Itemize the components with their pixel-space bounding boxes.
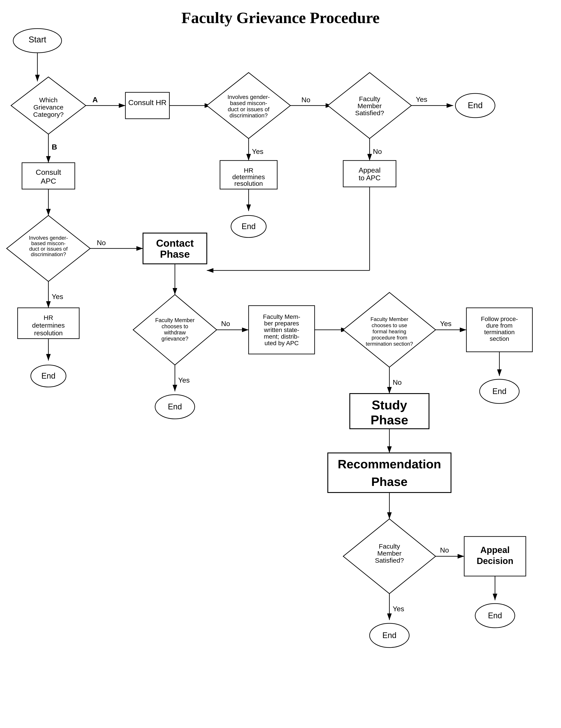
svg-text:resolution: resolution — [34, 329, 63, 337]
svg-text:Yes: Yes — [178, 376, 190, 384]
svg-text:ment; distrib-: ment; distrib- — [264, 333, 300, 340]
svg-text:Yes: Yes — [440, 320, 452, 328]
svg-text:Involves gender-: Involves gender- — [227, 94, 270, 100]
svg-text:Faculty Member: Faculty Member — [371, 316, 408, 322]
svg-text:Contact: Contact — [156, 237, 193, 249]
svg-text:Satisfied?: Satisfied? — [375, 557, 404, 564]
svg-text:termination section?: termination section? — [366, 341, 413, 347]
svg-text:based miscon-: based miscon- — [31, 240, 66, 246]
svg-text:to APC: to APC — [359, 174, 381, 182]
svg-text:Yes: Yes — [252, 148, 263, 155]
page: Faculty Grievance Procedure Start Which … — [0, 0, 561, 728]
svg-text:Which: Which — [39, 96, 57, 104]
svg-text:End: End — [41, 371, 55, 380]
svg-text:section: section — [490, 335, 509, 342]
svg-text:dure from: dure from — [486, 322, 513, 329]
svg-text:discrimination?: discrimination? — [31, 251, 66, 257]
svg-text:Appeal: Appeal — [359, 166, 381, 174]
svg-text:No: No — [440, 546, 449, 554]
svg-text:Study: Study — [372, 398, 407, 412]
svg-text:Phase: Phase — [160, 248, 190, 260]
svg-text:determines: determines — [32, 322, 65, 329]
svg-text:ber prepares: ber prepares — [264, 320, 299, 327]
svg-text:Faculty: Faculty — [379, 543, 400, 550]
svg-text:No: No — [373, 148, 382, 155]
svg-text:Involves gender-: Involves gender- — [29, 235, 68, 241]
svg-text:Phase: Phase — [371, 475, 408, 489]
svg-text:formal hearing: formal hearing — [373, 328, 406, 334]
svg-text:Faculty: Faculty — [359, 95, 380, 102]
svg-text:Grievance: Grievance — [33, 104, 64, 111]
svg-text:resolution: resolution — [234, 180, 263, 187]
svg-text:Faculty Member: Faculty Member — [155, 317, 194, 323]
svg-text:No: No — [97, 239, 106, 247]
svg-text:Member: Member — [358, 102, 382, 109]
svg-text:Yes: Yes — [416, 95, 427, 103]
flowchart-svg: Start Which Grievance Category? A Consul… — [0, 0, 561, 728]
svg-text:No: No — [302, 96, 311, 104]
svg-text:Appeal: Appeal — [480, 545, 510, 555]
svg-text:Member: Member — [377, 550, 402, 557]
svg-text:Start: Start — [29, 35, 46, 44]
svg-text:duct or issues of: duct or issues of — [29, 246, 68, 252]
svg-text:procedure from: procedure from — [372, 335, 408, 341]
svg-text:duct or issues of: duct or issues of — [228, 106, 269, 113]
svg-text:chooses to: chooses to — [162, 323, 188, 329]
svg-text:End: End — [241, 222, 255, 231]
svg-text:End: End — [492, 387, 506, 396]
svg-text:Consult: Consult — [36, 168, 61, 176]
svg-text:Follow proce-: Follow proce- — [481, 316, 518, 322]
svg-text:HR: HR — [244, 167, 253, 174]
svg-text:Phase: Phase — [371, 413, 408, 427]
svg-text:chooses to use: chooses to use — [372, 322, 407, 328]
svg-text:withdraw: withdraw — [164, 329, 186, 336]
svg-text:B: B — [52, 143, 57, 151]
svg-text:HR: HR — [44, 314, 53, 321]
svg-text:Recommendation: Recommendation — [338, 457, 441, 471]
svg-text:discrimination?: discrimination? — [229, 112, 267, 119]
svg-text:A: A — [92, 95, 98, 104]
svg-text:No: No — [393, 378, 402, 386]
svg-text:uted by APC: uted by APC — [264, 340, 299, 347]
svg-text:End: End — [382, 631, 397, 640]
svg-text:Yes: Yes — [393, 605, 404, 613]
svg-text:determines: determines — [232, 173, 265, 181]
svg-text:Consult HR: Consult HR — [128, 98, 166, 107]
svg-text:Satisfied?: Satisfied? — [355, 109, 384, 117]
svg-text:End: End — [488, 611, 502, 620]
svg-text:Yes: Yes — [52, 293, 63, 301]
svg-text:Category?: Category? — [33, 111, 64, 118]
svg-text:grievance?: grievance? — [161, 336, 188, 342]
svg-text:written state-: written state- — [264, 327, 299, 333]
svg-text:Decision: Decision — [477, 556, 514, 566]
svg-text:End: End — [168, 402, 182, 411]
svg-text:APC: APC — [41, 177, 56, 185]
svg-text:termination: termination — [484, 329, 515, 336]
svg-text:Faculty Mem-: Faculty Mem- — [263, 313, 300, 320]
svg-text:End: End — [468, 101, 483, 110]
svg-text:based miscon-: based miscon- — [230, 100, 267, 106]
svg-text:No: No — [221, 320, 230, 328]
